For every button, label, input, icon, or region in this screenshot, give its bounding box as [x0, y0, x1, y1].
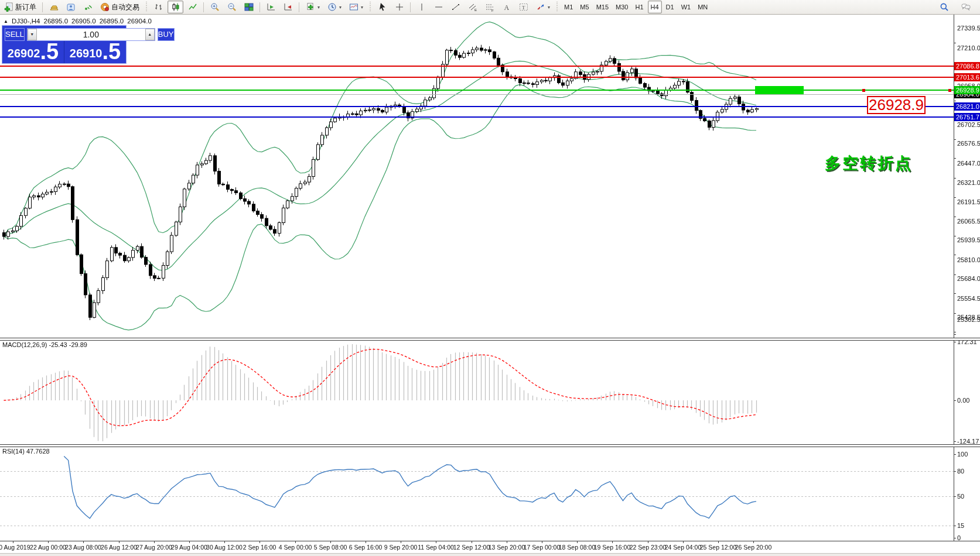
macd-tick-label: 0.00 — [957, 397, 969, 404]
signals-button[interactable] — [80, 1, 95, 13]
chart-shift-button[interactable] — [280, 1, 296, 13]
hline-price-badge: 27086.8 — [954, 62, 980, 70]
chart-text-annotation[interactable]: 多空转折点 — [825, 153, 913, 174]
zoom-in-button[interactable] — [207, 1, 223, 13]
toolbar-drag-handle[interactable] — [556, 2, 558, 12]
volume-increase-button[interactable]: ▲ — [145, 29, 155, 40]
timeframe-m5[interactable]: M5 — [577, 1, 592, 13]
toolbar-separator — [259, 2, 260, 12]
toolbar-drag-handle[interactable] — [145, 2, 148, 12]
svg-text:A: A — [504, 4, 509, 12]
timeframe-h1[interactable]: H1 — [632, 1, 646, 13]
timeframe-h4[interactable]: H4 — [648, 1, 662, 13]
price-tick-mark — [954, 101, 956, 101]
buy-button[interactable]: BUY — [158, 28, 175, 41]
time-tick-mark — [295, 541, 296, 543]
gold-button[interactable] — [46, 1, 62, 13]
dropdown-caret-icon[interactable]: ▾ — [317, 5, 320, 10]
vline-icon — [416, 2, 426, 12]
text-button[interactable]: A — [498, 1, 514, 13]
periods-button[interactable]: ▾ — [324, 1, 344, 13]
timeframe-m30[interactable]: M30 — [613, 1, 631, 13]
gold-icon — [49, 2, 59, 12]
bar-chart-button[interactable] — [151, 1, 166, 13]
main-toolbar: 新订单自动交易▾▾▾EFAT▾M1M5M15M30H1H4D1W1MN — [0, 0, 980, 15]
dropdown-caret-icon[interactable]: ▾ — [339, 5, 342, 10]
price-tick-mark — [954, 139, 956, 140]
timeframe-d1[interactable]: D1 — [663, 1, 677, 13]
trendline-button[interactable] — [448, 1, 463, 13]
time-tick-label: 20 Aug 2019 — [0, 544, 30, 551]
line-chart-button[interactable] — [185, 1, 200, 13]
vertical-line-button[interactable] — [414, 1, 429, 13]
buy-price-main: 26910 — [70, 44, 103, 62]
chart-window: ▲ DJ30-,H4 26895.0 26905.0 26895.0 26904… — [0, 15, 980, 556]
volume-decrease-button[interactable]: ▼ — [28, 29, 37, 40]
macd-tick-mark — [954, 400, 956, 401]
pane-separator-rsi[interactable] — [0, 444, 980, 447]
timeframe-m1[interactable]: M1 — [561, 1, 576, 13]
tile-windows-button[interactable] — [241, 1, 257, 13]
rsi-tick-label: 50 — [957, 493, 964, 500]
horizontal-line-button[interactable] — [431, 1, 446, 13]
ohlc-high: 26905.0 — [71, 18, 96, 25]
horizontal-line-object[interactable] — [0, 66, 954, 67]
crosshair-button[interactable] — [391, 1, 407, 13]
timeframe-mn[interactable]: MN — [695, 1, 711, 13]
horizontal-line-object[interactable] — [0, 116, 954, 118]
time-tick-label: 22 Sep 23:00 — [630, 544, 666, 551]
price-tick-label: 27210.0 — [957, 44, 980, 52]
time-tick-label: 19 Sep 16:00 — [594, 544, 630, 551]
profiles-button[interactable] — [63, 1, 78, 13]
candlestick-chart-button[interactable] — [168, 1, 183, 13]
dropdown-caret-icon[interactable]: ▾ — [361, 5, 363, 10]
horizontal-line-object[interactable] — [0, 77, 954, 78]
price-tick-label: 25939.5 — [957, 236, 980, 243]
time-tick-mark — [507, 541, 507, 543]
buy-price[interactable]: 26910 .5 — [64, 41, 126, 63]
object-handle[interactable] — [862, 89, 865, 92]
sell-price[interactable]: 26902 .5 — [2, 41, 64, 63]
cursor-button[interactable] — [374, 1, 390, 13]
dropdown-caret-icon[interactable]: ▾ — [548, 5, 550, 10]
toolbar-drag-handle[interactable] — [369, 2, 371, 12]
timeframe-m15[interactable]: M15 — [593, 1, 612, 13]
text-label-button[interactable]: T — [515, 1, 531, 13]
equidistant-channel-button[interactable]: E — [465, 1, 480, 13]
signal-icon — [83, 2, 93, 12]
cursor-icon — [377, 2, 387, 12]
trading-terminal-window: 新订单自动交易▾▾▾EFAT▾M1M5M15M30H1H4D1W1MN ▲ DJ… — [0, 0, 980, 556]
timeframe-m30-label: M30 — [616, 4, 628, 11]
horizontal-line-object[interactable] — [0, 106, 954, 107]
new-order-button[interactable]: 新订单 — [1, 1, 39, 13]
object-handle[interactable] — [948, 89, 951, 92]
volume-input[interactable] — [37, 29, 145, 40]
time-axis[interactable] — [0, 541, 980, 541]
toolbar-separator — [42, 2, 43, 12]
price-callout-label[interactable]: 26928.9 — [867, 96, 926, 114]
autotrade-icon — [100, 2, 110, 12]
fibonacci-button[interactable]: F — [482, 1, 497, 13]
chat-button[interactable] — [958, 1, 974, 13]
hline-price-badge: 26928.9 — [954, 86, 980, 94]
rsi-tick-label: 0 — [957, 534, 961, 541]
new-chart-button[interactable]: ▾ — [302, 1, 323, 13]
auto-trading-button[interactable]: 自动交易 — [97, 1, 142, 13]
pane-separator-macd[interactable] — [0, 338, 980, 341]
clock-icon — [327, 2, 337, 12]
chart-canvas[interactable] — [0, 15, 980, 556]
search-button[interactable] — [936, 1, 952, 13]
chart-header: ▲ DJ30-,H4 26895.0 26905.0 26895.0 26904… — [4, 18, 152, 25]
timeframe-m15-label: M15 — [596, 4, 609, 11]
zoom-out-button[interactable] — [224, 1, 240, 13]
horizontal-line-object[interactable] — [0, 90, 954, 91]
time-tick-label: 17 Sep 00:00 — [524, 544, 560, 551]
toolbar-separator — [299, 2, 299, 12]
timeframe-w1[interactable]: W1 — [678, 1, 694, 13]
sell-button[interactable]: SELL — [5, 28, 25, 41]
templates-button[interactable]: ▾ — [346, 1, 366, 13]
arrows-button[interactable]: ▾ — [532, 1, 553, 13]
collapse-arrow-icon[interactable]: ▲ — [4, 19, 8, 24]
highlight-rectangle-object[interactable] — [755, 86, 804, 94]
auto-scroll-button[interactable] — [263, 1, 279, 13]
